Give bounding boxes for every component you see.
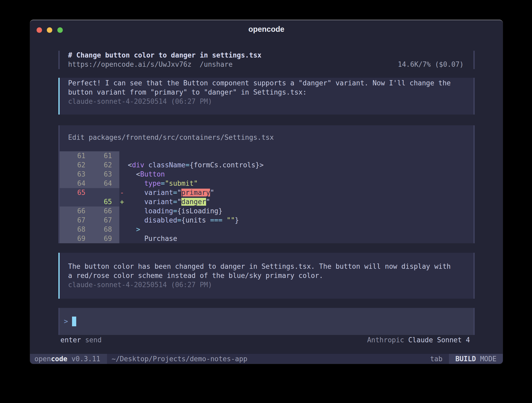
diff-new-lineno: 68 (89, 225, 119, 234)
model-label: Claude Sonnet 4 (408, 336, 470, 344)
prompt-input[interactable]: > (58, 308, 475, 335)
diff-new-lineno: 67 (89, 216, 119, 225)
diff-old-lineno: 66 (60, 206, 89, 216)
prompt-caret-icon: > (64, 317, 68, 326)
message-text-line: a red/rose color scheme instead of the b… (68, 271, 473, 280)
app-version-badge: opencode v0.3.11 (30, 354, 107, 364)
diff-row: 6161 (60, 151, 473, 161)
desktop: { "window": { "title": "opencode" }, "he… (0, 0, 532, 403)
text-cursor (72, 317, 76, 326)
keybind-footer: enter send Anthropic Claude Sonnet 4 (30, 335, 503, 345)
diff-old-lineno: 67 (60, 216, 89, 225)
diff-code: loading={isLoading} (119, 206, 473, 216)
diff-code: > (119, 225, 473, 234)
session-title: # Change button color to danger in setti… (68, 51, 262, 60)
diff-new-lineno: 61 (89, 151, 119, 161)
window-titlebar: opencode (30, 20, 503, 39)
tab-key-hint[interactable]: tab (430, 355, 442, 363)
message-text-line: Perfect! I can see that the Button compo… (68, 79, 473, 88)
diff-old-lineno: 61 (60, 151, 89, 161)
diff-change-sign: - (117, 188, 126, 197)
diff-code: type="submit" (119, 179, 473, 188)
message-model-timestamp: claude-sonnet-4-20250514 (06:27 PM) (68, 97, 473, 106)
diff-code: variant="primary" (119, 188, 473, 197)
app-name-code: code (51, 355, 68, 363)
edit-file-path: Edit packages/frontend/src/containers/Se… (60, 133, 473, 142)
diff-code: <Button (119, 170, 473, 179)
edit-tool-card: Edit packages/frontend/src/containers/Se… (58, 125, 475, 243)
diff-row: 6767 disabled={units === ""} (60, 216, 473, 225)
working-directory: ~/Desktop/Projects/demo-notes-app (111, 355, 430, 363)
mode-name: BUILD (455, 355, 476, 363)
mode-suffix: MODE (480, 355, 497, 363)
diff-old-lineno: 63 (60, 170, 89, 179)
app-version (67, 355, 71, 363)
diff-old-lineno: 65 (60, 188, 89, 197)
mode-badge[interactable]: BUILD MODE (449, 354, 503, 364)
diff-row: 65+ variant="danger" (60, 197, 473, 206)
enter-key-label: enter (60, 336, 81, 344)
diff-old-lineno: 68 (60, 225, 89, 234)
diff-old-lineno (60, 197, 89, 206)
model-indicator: Anthropic Claude Sonnet 4 (367, 335, 470, 345)
diff-row: 6464 type="submit" (60, 179, 473, 188)
diff-new-lineno: 66 (89, 206, 119, 216)
diff-code: disabled={units === ""} (119, 216, 473, 225)
message-text-line: The button color has been changed to dan… (68, 262, 473, 271)
provider-label: Anthropic (367, 336, 404, 344)
diff-new-lineno: 65 (89, 197, 119, 206)
session-header: # Change button color to danger in setti… (58, 51, 475, 69)
opencode-terminal-window: opencode # Change button color to danger… (30, 20, 503, 364)
status-bar: opencode v0.3.11 ~/Desktop/Projects/demo… (30, 354, 503, 364)
send-hint: enter send (60, 335, 102, 345)
prompt-line: > (64, 317, 76, 326)
diff-code: Purchase (119, 234, 473, 243)
diff-row: 6262 <div className={formCs.controls}> (60, 161, 473, 170)
diff-new-lineno: 62 (89, 161, 119, 170)
window-title: opencode (30, 25, 503, 34)
assistant-message: The button color has been changed to dan… (58, 253, 475, 299)
diff-old-lineno: 69 (60, 234, 89, 243)
diff-code: variant="danger" (119, 197, 473, 206)
version-number: v0.3.11 (71, 355, 100, 363)
diff-new-lineno (89, 188, 119, 197)
diff-row: 6666 loading={isLoading} (60, 206, 473, 216)
message-text-line: button variant from "primary" to "danger… (68, 88, 473, 97)
send-action-label: send (85, 336, 102, 344)
unshare-command[interactable]: /unshare (200, 60, 233, 69)
app-name-open: open (34, 355, 51, 363)
diff-row: 6868 > (60, 225, 473, 234)
diff-new-lineno: 64 (89, 179, 119, 188)
diff-code (119, 151, 473, 161)
diff-old-lineno: 64 (60, 179, 89, 188)
token-usage-cost: 14.6K/7% ($0.07) (398, 60, 464, 69)
diff-view: 61616262 <div className={formCs.controls… (60, 151, 473, 243)
diff-old-lineno: 62 (60, 161, 89, 170)
diff-code: <div className={formCs.controls}> (119, 161, 473, 170)
diff-row: 6363 <Button (60, 170, 473, 179)
diff-change-sign: + (117, 197, 126, 206)
message-model-timestamp: claude-sonnet-4-20250514 (06:27 PM) (68, 280, 473, 290)
diff-new-lineno: 63 (89, 170, 119, 179)
assistant-message: Perfect! I can see that the Button compo… (58, 78, 475, 115)
diff-row: 6969 Purchase (60, 234, 473, 243)
share-url[interactable]: https://opencode.ai/s/UwJxv76z (68, 60, 192, 69)
diff-row: 65- variant="primary" (60, 188, 473, 197)
diff-new-lineno: 69 (89, 234, 119, 243)
